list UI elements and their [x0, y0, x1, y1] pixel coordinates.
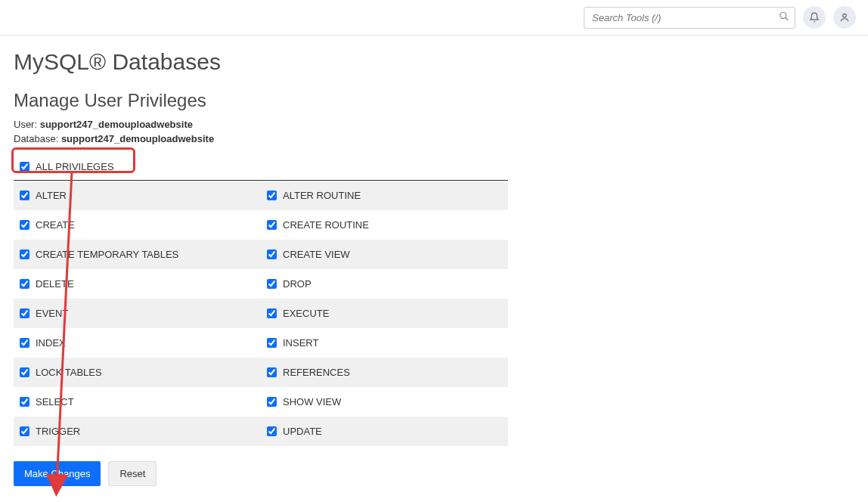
- privilege-checkbox[interactable]: [267, 220, 277, 230]
- privilege-text: SHOW VIEW: [283, 396, 341, 407]
- privilege-cell: ALTER ROUTINE: [261, 181, 508, 211]
- privilege-checkbox[interactable]: [267, 338, 277, 348]
- privilege-row: EVENTEXECUTE: [14, 299, 508, 328]
- privilege-text: DROP: [283, 278, 312, 290]
- privilege-label[interactable]: ALTER: [20, 190, 255, 201]
- privilege-text: UPDATE: [283, 426, 322, 437]
- svg-point-0: [780, 12, 786, 18]
- privilege-text: EXECUTE: [283, 308, 329, 319]
- privilege-label[interactable]: CREATE ROUTINE: [267, 219, 502, 231]
- privilege-cell: UPDATE: [261, 417, 508, 446]
- privilege-text: INSERT: [283, 337, 318, 349]
- privilege-checkbox[interactable]: [20, 367, 29, 377]
- privilege-checkbox[interactable]: [267, 279, 277, 289]
- privilege-checkbox[interactable]: [20, 279, 29, 289]
- privilege-cell: EVENT: [14, 299, 261, 328]
- privilege-label[interactable]: CREATE: [20, 219, 255, 231]
- privilege-text: CREATE TEMPORARY TABLES: [36, 249, 178, 260]
- privilege-label[interactable]: INDEX: [20, 337, 255, 349]
- privilege-label[interactable]: EVENT: [20, 308, 255, 319]
- privilege-cell: INSERT: [261, 328, 508, 358]
- privilege-text: INDEX: [36, 337, 66, 349]
- privilege-cell: LOCK TABLES: [14, 358, 261, 387]
- privilege-label[interactable]: DROP: [267, 278, 502, 290]
- privilege-cell: EXECUTE: [261, 299, 508, 328]
- privilege-cell: DROP: [261, 269, 508, 299]
- privilege-checkbox[interactable]: [20, 426, 29, 436]
- privilege-cell: SHOW VIEW: [261, 387, 508, 417]
- privilege-checkbox[interactable]: [20, 249, 29, 259]
- privilege-text: EVENT: [36, 308, 68, 319]
- search-icon[interactable]: [779, 11, 789, 24]
- all-privileges-row: ALL PRIVILEGES: [14, 153, 516, 180]
- privilege-label[interactable]: SELECT: [20, 396, 255, 407]
- button-row: Make Changes Reset: [14, 461, 516, 486]
- privilege-checkbox[interactable]: [267, 426, 277, 436]
- all-privileges-text: ALL PRIVILEGES: [36, 161, 114, 172]
- privilege-row: INDEXINSERT: [14, 328, 508, 358]
- privilege-checkbox[interactable]: [267, 191, 277, 200]
- privilege-label[interactable]: UPDATE: [267, 426, 502, 437]
- user-menu-button[interactable]: [833, 6, 856, 29]
- privilege-cell: TRIGGER: [14, 417, 261, 446]
- privilege-row: CREATE TEMPORARY TABLESCREATE VIEW: [14, 240, 508, 269]
- all-privileges-checkbox[interactable]: [20, 162, 29, 172]
- privilege-label[interactable]: TRIGGER: [20, 426, 255, 437]
- privilege-row: LOCK TABLESREFERENCES: [14, 358, 508, 387]
- privilege-label[interactable]: INSERT: [267, 337, 502, 349]
- privilege-text: CREATE VIEW: [283, 249, 350, 260]
- privilege-cell: REFERENCES: [261, 358, 508, 387]
- database-value: support247_demouploadwebsite: [61, 133, 214, 144]
- reset-button[interactable]: Reset: [108, 461, 157, 486]
- privilege-checkbox[interactable]: [20, 338, 29, 348]
- main-content: MySQL® Databases Manage User Privileges …: [0, 36, 529, 500]
- search-container: [584, 7, 795, 29]
- privilege-checkbox[interactable]: [267, 367, 277, 377]
- privilege-label[interactable]: EXECUTE: [267, 308, 502, 319]
- privilege-label[interactable]: LOCK TABLES: [20, 367, 255, 378]
- privilege-label[interactable]: CREATE TEMPORARY TABLES: [20, 249, 255, 260]
- all-privileges-label[interactable]: ALL PRIVILEGES: [20, 161, 114, 172]
- svg-line-1: [786, 17, 789, 20]
- privilege-label[interactable]: REFERENCES: [267, 367, 502, 378]
- privilege-text: REFERENCES: [283, 367, 350, 378]
- privilege-text: DELETE: [36, 278, 74, 290]
- privilege-checkbox[interactable]: [267, 249, 277, 259]
- privilege-checkbox[interactable]: [20, 397, 29, 407]
- privilege-text: LOCK TABLES: [36, 367, 102, 378]
- privilege-checkbox[interactable]: [20, 191, 29, 200]
- privilege-label[interactable]: SHOW VIEW: [267, 396, 502, 407]
- privileges-table: ALTERALTER ROUTINECREATECREATE ROUTINECR…: [14, 180, 508, 446]
- privilege-cell: CREATE ROUTINE: [261, 210, 508, 240]
- privilege-cell: CREATE: [14, 210, 261, 240]
- database-meta: Database: support247_demouploadwebsite: [14, 133, 516, 144]
- privilege-row: TRIGGERUPDATE: [14, 417, 508, 446]
- page-subtitle: Manage User Privileges: [14, 90, 516, 111]
- privilege-text: ALTER: [36, 190, 67, 201]
- privilege-cell: INDEX: [14, 328, 261, 358]
- privilege-label[interactable]: ALTER ROUTINE: [267, 190, 502, 201]
- privilege-text: CREATE: [36, 219, 75, 231]
- search-input[interactable]: [584, 7, 795, 29]
- privilege-row: ALTERALTER ROUTINE: [14, 181, 508, 211]
- privilege-text: ALTER ROUTINE: [283, 190, 361, 201]
- privilege-text: TRIGGER: [36, 426, 80, 437]
- make-changes-button[interactable]: Make Changes: [14, 461, 101, 486]
- privilege-cell: ALTER: [14, 181, 261, 211]
- privilege-label[interactable]: DELETE: [20, 278, 255, 290]
- svg-point-2: [843, 14, 847, 17]
- top-bar: [0, 0, 868, 36]
- privilege-row: CREATECREATE ROUTINE: [14, 210, 508, 240]
- user-value: support247_demouploadwebsite: [40, 119, 193, 130]
- privilege-checkbox[interactable]: [267, 308, 277, 318]
- privilege-checkbox[interactable]: [267, 397, 277, 407]
- notifications-button[interactable]: [803, 6, 826, 29]
- privilege-cell: CREATE TEMPORARY TABLES: [14, 240, 261, 269]
- user-meta: User: support247_demouploadwebsite: [14, 119, 516, 130]
- privilege-row: SELECTSHOW VIEW: [14, 387, 508, 417]
- privilege-checkbox[interactable]: [20, 308, 29, 318]
- privilege-row: DELETEDROP: [14, 269, 508, 299]
- privilege-checkbox[interactable]: [20, 220, 29, 230]
- privilege-label[interactable]: CREATE VIEW: [267, 249, 502, 260]
- database-label: Database:: [14, 133, 58, 144]
